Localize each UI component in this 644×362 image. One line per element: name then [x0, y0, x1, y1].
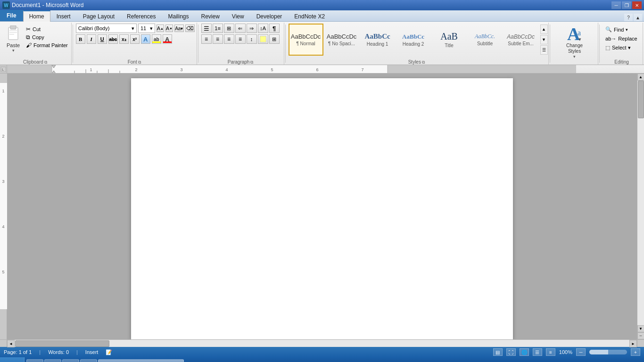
styles-more[interactable]: ☰ [540, 45, 548, 55]
paste-dropdown-arrow[interactable]: ▾ [12, 48, 15, 53]
taskbar-winamp[interactable]: 🎵 [44, 359, 61, 362]
view-print-button[interactable]: ▤ [493, 348, 503, 356]
italic-button[interactable]: I [87, 34, 96, 44]
tab-mailings[interactable]: Mailings [162, 11, 195, 21]
justify-button[interactable]: ≡ [235, 34, 246, 44]
ribbon-collapse-button[interactable]: ▲ [634, 14, 642, 21]
change-styles-button[interactable]: A a ▾ ChangeStyles ▾ [561, 22, 589, 61]
bullets-button[interactable]: ☰ [201, 24, 212, 33]
style-no-spacing[interactable]: AaBbCcDc ¶ No Spaci... [324, 24, 359, 56]
align-center-button[interactable]: ≡ [213, 34, 223, 44]
clipboard-small-buttons: ✂ Cut ⧉ Copy 🖌 Format Painter [25, 25, 69, 59]
find-button[interactable]: 🔍 Find ▾ [603, 25, 640, 33]
h-scroll-track[interactable] [15, 340, 629, 347]
underline-button[interactable]: U [98, 34, 107, 44]
subscript-button[interactable]: x₂ [119, 34, 129, 44]
decrease-font-button[interactable]: A▼ [165, 25, 173, 32]
view-fullscreen-button[interactable]: ⛶ [506, 348, 516, 356]
paste-button[interactable]: Paste ▾ [3, 24, 24, 59]
taskbar-firefox[interactable]: 🦊 [62, 359, 79, 362]
scroll-down-button[interactable]: ▼ [637, 325, 644, 332]
scroll-split-button[interactable]: ─ [637, 332, 644, 339]
increase-indent-button[interactable]: ⇒ [247, 24, 257, 33]
view-outline-button[interactable]: ☰ [533, 348, 542, 356]
multilevel-button[interactable]: ⊞ [224, 24, 234, 33]
increase-font-button[interactable]: A▲ [157, 25, 164, 32]
tab-references[interactable]: References [121, 11, 162, 21]
font-color-button[interactable]: A [163, 34, 172, 44]
zoom-out-button[interactable]: ─ [576, 348, 586, 356]
highlight-button[interactable]: ab [152, 34, 161, 44]
select-button[interactable]: ⬚ Select ▾ [603, 44, 640, 52]
taskbar-explorer[interactable]: 📁 [26, 359, 43, 362]
svg-text:a: a [578, 29, 581, 37]
align-right-button[interactable]: ≡ [224, 34, 234, 44]
style-heading1[interactable]: AaBbCc Heading 1 [360, 24, 395, 56]
borders-button[interactable]: ⊞ [269, 34, 280, 44]
shading-button[interactable] [258, 34, 268, 44]
scroll-track[interactable] [637, 81, 644, 325]
restore-button[interactable]: ❐ [622, 1, 631, 9]
clipboard-expand-icon[interactable]: ⧉ [44, 60, 49, 65]
cut-button[interactable]: ✂ Cut [25, 25, 69, 33]
text-effects-button[interactable]: A [141, 34, 150, 44]
tab-insert[interactable]: Insert [50, 11, 77, 21]
document-page[interactable] [131, 78, 513, 339]
taskbar-word[interactable]: W Document1 - Microsoft Word [98, 359, 184, 362]
font-expand-icon[interactable]: ⧉ [138, 60, 143, 65]
change-styles-dropdown-arrow: ▾ [573, 54, 576, 59]
ribbon-help-button[interactable]: ? [624, 14, 633, 21]
strikethrough-button[interactable]: abc [108, 34, 118, 44]
paragraph-expand-icon[interactable]: ⧉ [250, 60, 255, 65]
tab-home[interactable]: Home [23, 10, 50, 22]
font-name-selector[interactable]: Calibri (Body) ▾ [76, 24, 137, 33]
styles-expand-icon[interactable]: ⧉ [422, 60, 427, 65]
close-button[interactable]: ✕ [632, 1, 642, 9]
line-spacing-button[interactable]: ↕ [247, 34, 257, 44]
sort-button[interactable]: ↕A [258, 24, 268, 33]
font-size-selector[interactable]: 11 ▾ [138, 24, 155, 33]
view-draft-button[interactable]: ≡ [546, 348, 555, 356]
ruler-corner-icon[interactable]: L [0, 66, 6, 72]
decrease-indent-button[interactable]: ⇐ [235, 24, 246, 33]
zoom-slider[interactable] [589, 350, 627, 354]
h-scroll-thumb[interactable] [15, 340, 109, 347]
tab-developer[interactable]: Developer [250, 11, 289, 21]
svg-rect-30 [0, 83, 7, 309]
style-subtitle[interactable]: AaBbCc. Subtitle [468, 24, 503, 56]
align-left-button[interactable]: ≡ [201, 34, 212, 44]
scroll-up-button[interactable]: ▲ [637, 74, 644, 81]
minimize-button[interactable]: ─ [611, 1, 621, 9]
tab-file[interactable]: File [0, 10, 23, 21]
style-subtle-em[interactable]: AaBbCcDc Subtle Em... [504, 24, 538, 56]
change-case-button[interactable]: Aa▾ [174, 25, 184, 32]
tab-view[interactable]: View [226, 11, 250, 21]
show-hide-button[interactable]: ¶ [269, 24, 280, 33]
bold-button[interactable]: B [76, 34, 85, 44]
zoom-in-button[interactable]: + [631, 348, 640, 356]
scroll-thumb[interactable] [638, 81, 644, 118]
h-scroll-left-button[interactable]: ◄ [7, 340, 15, 347]
taskbar-ie[interactable]: 🌐 [80, 359, 97, 362]
tab-review[interactable]: Review [195, 11, 225, 21]
view-web-button[interactable]: 🌐 [520, 348, 529, 356]
style-title[interactable]: AaB Title [432, 24, 467, 56]
h-scroll-right-button[interactable]: ► [629, 340, 637, 347]
style-normal[interactable]: AaBbCcDc ¶ Normal [289, 24, 323, 56]
style-heading2[interactable]: AaBbCc Heading 2 [396, 24, 431, 56]
title-bar-controls[interactable]: ─ ❐ ✕ [611, 1, 642, 9]
style-heading1-label: Heading 1 [367, 41, 388, 47]
clear-formatting-button[interactable]: ⌫ [185, 25, 195, 32]
document-scroll-area[interactable] [7, 74, 637, 339]
copy-button[interactable]: ⧉ Copy [25, 33, 69, 41]
tab-page-layout[interactable]: Page Layout [77, 11, 121, 21]
superscript-button[interactable]: x² [130, 34, 140, 44]
numbering-button[interactable]: 1≡ [213, 24, 223, 33]
tab-endnote[interactable]: EndNote X2 [288, 11, 331, 21]
styles-scroll-up[interactable]: ▲ [540, 25, 548, 34]
start-button[interactable]: ⊞ [0, 357, 25, 362]
replace-button[interactable]: ab→ Replace [603, 35, 640, 42]
format-painter-button[interactable]: 🖌 Format Painter [25, 41, 69, 49]
style-no-spacing-preview: AaBbCcDc [327, 33, 357, 40]
styles-scroll-down[interactable]: ▼ [540, 35, 548, 44]
